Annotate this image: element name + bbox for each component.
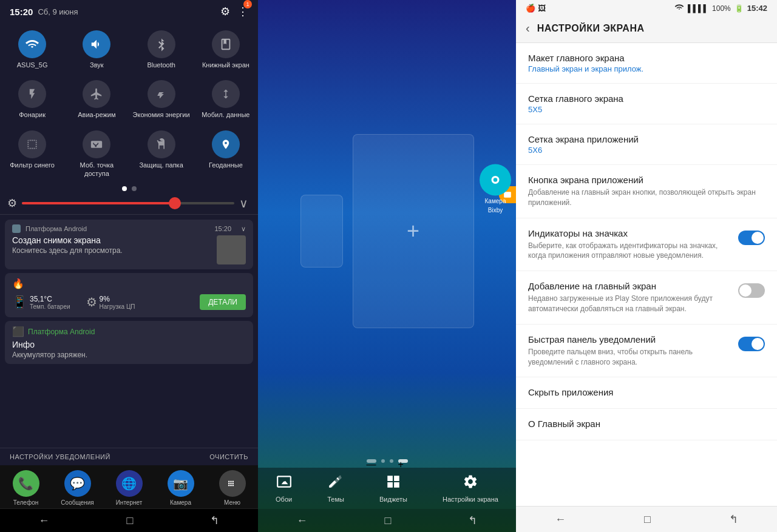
home-button-p3[interactable]: □ <box>644 513 651 526</box>
brightness-track[interactable] <box>22 202 234 204</box>
screenshot-notification[interactable]: Платформа Android 15:20 ∨ Создан снимок … <box>5 220 253 269</box>
screen-settings-panel: 🍎 🖼 ▌▌▌▌ 100% 🔋 15:42 ‹ НАСТРОЙКИ ЭКРАНА… <box>516 0 777 532</box>
toggle-secure[interactable]: Защищ. папка <box>129 124 194 183</box>
bixby-label1: Камера <box>485 198 506 204</box>
screen-preview-small <box>300 195 343 268</box>
add-home-toggle[interactable] <box>738 283 765 298</box>
toggle-bluetooth[interactable]: Bluetooth <box>129 24 194 74</box>
themes-icon <box>328 474 344 493</box>
settings-back-button[interactable]: ‹ <box>526 21 530 35</box>
bottom-navigation: 📞 Телефон 💬 Сообщения 🌐 Интернет 📷 Камер… <box>0 465 258 508</box>
secure-label: Защищ. папка <box>139 161 183 169</box>
bixby-camera-button[interactable]: Камера Bixby <box>480 164 511 298</box>
svg-point-7 <box>230 485 232 487</box>
android-info-notification[interactable]: ⬛ Платформа Android Инфо Аккумулятор зар… <box>5 321 253 364</box>
wallpapers-icon <box>276 474 292 493</box>
toolbar-themes[interactable]: Темы <box>327 474 344 503</box>
home-dot-2 <box>381 459 385 463</box>
toggle-sound[interactable]: Звук <box>64 24 129 74</box>
divider <box>0 214 258 215</box>
home-system-bar: ← □ ↰ <box>258 509 516 532</box>
toggle-wifi[interactable]: ASUS_5G <box>0 24 64 74</box>
nav-item-internet[interactable]: 🌐 Интернет <box>103 470 155 506</box>
svg-point-2 <box>232 480 234 482</box>
screen-settings-icon <box>463 474 478 493</box>
back-button-p2[interactable]: ← <box>297 514 308 527</box>
signal-bars-icon: ▌▌▌▌ <box>688 4 708 13</box>
badge-toggle[interactable] <box>738 231 765 245</box>
recents-button-p2[interactable]: ↰ <box>468 514 477 527</box>
internet-icon: 🌐 <box>116 470 143 497</box>
toggle-book[interactable]: Книжный экран <box>194 24 258 74</box>
expand-icon[interactable]: ∨ <box>241 225 246 233</box>
settings-item-grid-home[interactable]: Сетка главного экрана 5X5 <box>516 84 777 124</box>
nav-item-menu[interactable]: Меню <box>206 470 258 506</box>
add-home-desc: Недавно загруженные из Play Store прилож… <box>528 294 731 314</box>
settings-item-apps-button[interactable]: Кнопка экрана приложений Добавление на г… <box>516 165 777 218</box>
grid-home-sub: 5X5 <box>528 105 765 114</box>
settings-item-layout[interactable]: Макет главного экрана Главный экран и эк… <box>516 43 777 84</box>
settings-status-right: ▌▌▌▌ 100% 🔋 15:42 <box>674 4 767 13</box>
svg-point-8 <box>232 485 234 487</box>
notif-title: Создан снимок экрана <box>12 235 212 245</box>
settings-item-quick-panel[interactable]: Быстрая панель уведомлений Проведите пал… <box>516 325 777 378</box>
screen-preview-large[interactable]: + <box>353 134 474 328</box>
battery-row: 📱 35,1°C Темп. батареи ⚙ 9% Нагрузка ЦП … <box>12 292 246 312</box>
phone-icon: 📱 <box>12 295 27 309</box>
home-toolbar: Обои Темы Виджеты <box>258 468 516 509</box>
chevron-down-icon[interactable]: ∨ <box>239 196 248 210</box>
toolbar-screen-settings[interactable]: Настройки экрана <box>443 474 498 503</box>
notif-header: Платформа Android 15:20 ∨ <box>12 224 246 233</box>
back-button-p1[interactable]: ← <box>39 514 50 527</box>
notif-time: 15:20 <box>214 225 231 232</box>
settings-page-title: НАСТРОЙКИ ЭКРАНА <box>537 23 645 34</box>
quick-panel-toggle[interactable] <box>738 337 765 351</box>
quick-panel-content: Быстрая панель уведомлений Проведите пал… <box>528 334 738 368</box>
toggle-data[interactable]: Мобил. данные <box>194 74 258 124</box>
home-button-p2[interactable]: □ <box>385 514 392 527</box>
android-notif-body: Аккумулятор заряжен. <box>12 351 246 359</box>
notification-settings-button[interactable]: НАСТРОЙКИ УВЕДОМЛЕНИЙ <box>10 453 110 460</box>
settings-item-grid-apps[interactable]: Сетка экрана приложений 5X6 <box>516 124 777 165</box>
settings-header: ‹ НАСТРОЙКИ ЭКРАНА <box>516 16 777 43</box>
toolbar-widgets[interactable]: Виджеты <box>379 474 407 503</box>
toggle-airplane[interactable]: Авиа-режим <box>64 74 129 124</box>
toolbar-wallpapers[interactable]: Обои <box>276 474 292 503</box>
toggle-flashlight[interactable]: Фонарик <box>0 74 64 124</box>
nav-item-messages[interactable]: 💬 Сообщения <box>52 470 103 506</box>
recents-button-p3[interactable]: ↰ <box>729 513 738 526</box>
toggle-energy[interactable]: Экономия энергии <box>129 74 194 124</box>
wallpapers-label: Обои <box>276 496 292 503</box>
toggle-hotspot[interactable]: Моб. точка доступа <box>64 124 129 183</box>
battery-notification[interactable]: 🔥 📱 35,1°C Темп. батареи ⚙ 9% Нагрузка Ц… <box>5 273 253 317</box>
home-button-p1[interactable]: □ <box>127 514 134 527</box>
menu-dots-icon <box>219 470 246 497</box>
settings-item-add-home[interactable]: Добавление на главный экран Недавно загр… <box>516 271 777 325</box>
energy-label: Экономия энергии <box>133 110 190 119</box>
details-button[interactable]: ДЕТАЛИ <box>200 294 246 310</box>
toggle-geodata[interactable]: Геоданные <box>194 124 258 183</box>
clear-notifications-button[interactable]: ОЧИСТИТЬ <box>209 453 248 460</box>
bluetooth-label: Bluetooth <box>147 61 175 69</box>
layout-title: Макет главного экрана <box>528 53 765 63</box>
book-icon <box>212 30 240 58</box>
data-label: Мобил. данные <box>202 110 249 119</box>
geodata-label: Геоданные <box>209 161 243 169</box>
nav-item-phone[interactable]: 📞 Телефон <box>0 470 52 506</box>
add-home-toggle-thumb <box>739 285 752 297</box>
svg-point-5 <box>232 483 234 485</box>
camera-label: Камера <box>170 499 191 506</box>
cpu-label: Нагрузка ЦП <box>100 303 135 310</box>
settings-item-badge[interactable]: Индикаторы на значках Выберите, как отоб… <box>516 218 777 272</box>
back-button-p3[interactable]: ← <box>555 513 566 526</box>
gear-icon[interactable]: ⚙ <box>220 5 230 18</box>
settings-item-hide-apps[interactable]: Скрыть приложения <box>516 377 777 409</box>
settings-item-about[interactable]: О Главный экран <box>516 409 777 440</box>
nav-item-camera[interactable]: 📷 Камера <box>155 470 206 506</box>
time-display: 15:20 <box>10 7 33 17</box>
status-bar: 15:20 Сб, 9 июня ⚙ ⋮ 1 <box>0 0 258 22</box>
brightness-thumb[interactable] <box>169 197 181 209</box>
recents-button-p1[interactable]: ↰ <box>210 514 219 527</box>
toggle-blue-filter[interactable]: Фильтр синего <box>0 124 64 183</box>
svg-point-4 <box>230 483 232 485</box>
